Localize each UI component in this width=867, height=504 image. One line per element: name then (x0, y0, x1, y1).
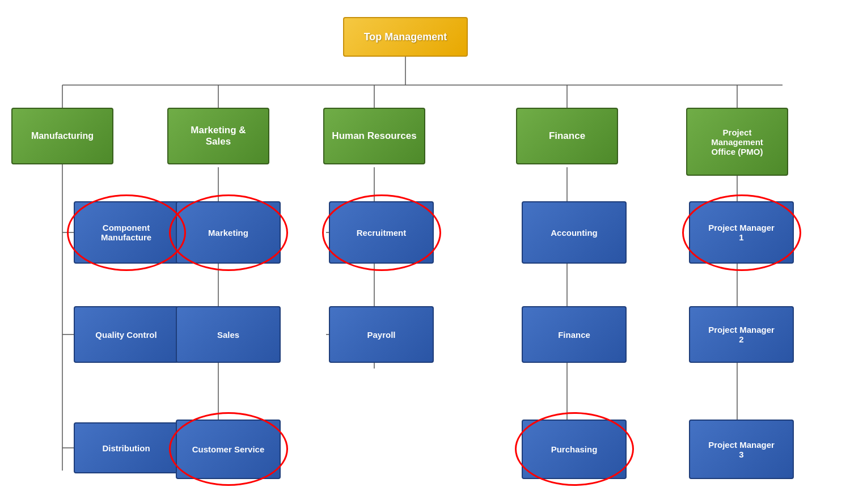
org-chart: Top Management Manufacturing Marketing &… (0, 0, 867, 504)
sub-recruitment: Recruitment (329, 201, 434, 264)
dept-manufacturing: Manufacturing (11, 108, 113, 164)
sub-pm3: Project Manager3 (689, 420, 794, 479)
dept-marketing-sales: Marketing &Sales (167, 108, 269, 164)
sub-customer-service: Customer Service (176, 420, 281, 479)
sub-sales: Sales (176, 306, 281, 363)
sub-accounting: Accounting (522, 201, 627, 264)
sub-marketing: Marketing (176, 201, 281, 264)
top-management-box: Top Management (343, 17, 468, 57)
sub-quality-control: Quality Control (74, 306, 179, 363)
sub-pm1: Project Manager1 (689, 201, 794, 264)
dept-finance: Finance (516, 108, 618, 164)
dept-pmo: ProjectManagementOffice (PMO) (686, 108, 788, 176)
sub-distribution: Distribution (74, 422, 179, 473)
sub-purchasing: Purchasing (522, 420, 627, 479)
sub-payroll: Payroll (329, 306, 434, 363)
sub-finance: Finance (522, 306, 627, 363)
dept-hr: Human Resources (323, 108, 425, 164)
sub-pm2: Project Manager2 (689, 306, 794, 363)
sub-component-manufacture: ComponentManufacture (74, 201, 179, 264)
